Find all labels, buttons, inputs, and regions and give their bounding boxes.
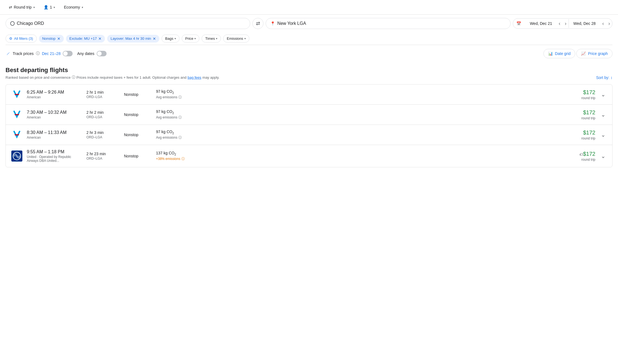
origin-circle-icon [10, 21, 15, 26]
any-dates-toggle[interactable] [97, 51, 107, 56]
passengers-chevron: ▾ [54, 6, 55, 9]
airline-logo [11, 129, 22, 140]
date-grid-label: Date grid [555, 51, 571, 56]
search-bar: ⇄ 📍 📅 Wed, Dec 21 ‹ › Wed, Dec 28 ‹ › [0, 15, 618, 32]
flight-emissions-label: Avg emissions ⓘ [156, 95, 200, 100]
return-date-field[interactable]: Wed, Dec 28 [569, 19, 600, 28]
calendar-icon: 📅 [516, 21, 521, 26]
destination-input[interactable] [277, 21, 506, 26]
emissions-info-icon[interactable]: ⓘ [178, 95, 182, 100]
top-bar: ⇄ Round trip ▾ 👤 1 ▾ Economy ▾ [0, 0, 618, 15]
expand-button[interactable]: ⌄ [600, 152, 607, 160]
track-dates-slider [63, 51, 73, 56]
flight-trip-type: round trip [581, 116, 595, 120]
emissions-info-icon[interactable]: ⓘ [178, 115, 182, 120]
exclude-mu-chip-remove[interactable]: ✕ [98, 36, 102, 41]
price-graph-button[interactable]: 📈 Price graph [576, 49, 612, 58]
flight-route: ORD–LGA [86, 115, 120, 119]
flight-row[interactable]: 7:30 AM – 10:32 AM American 2 hr 2 min O… [6, 105, 612, 125]
flight-co2: 137 kg CO2 [156, 151, 200, 156]
flight-trip-type: round trip [581, 136, 595, 140]
taxes-note2: may apply. [202, 75, 220, 80]
emissions-info-icon[interactable]: ⓘ [181, 157, 185, 161]
american-airlines-logo-svg [11, 109, 22, 120]
flight-price: 🏷$172 round trip [579, 151, 596, 162]
flight-price: $172 round trip [581, 109, 595, 120]
layover-chip-remove[interactable]: ✕ [153, 36, 156, 41]
results-info-icon[interactable]: ⓘ [72, 75, 75, 80]
price-filter-button[interactable]: Price ▾ [182, 35, 200, 43]
bag-fees-link[interactable]: bag fees [187, 75, 201, 80]
flight-duration-text: 2 hr 1 min [86, 90, 120, 94]
flight-stops: Nonstop [124, 133, 152, 137]
bags-filter-button[interactable]: Bags ▾ [162, 35, 179, 43]
nonstop-chip-remove[interactable]: ✕ [57, 36, 60, 41]
united-airlines-logo-svg [11, 151, 22, 162]
flight-emissions: 97 kg CO2 Avg emissions ⓘ [156, 109, 200, 120]
depart-date: Wed, Dec 21 [530, 21, 552, 26]
flight-emissions: 97 kg CO2 Avg emissions ⓘ [156, 89, 200, 100]
return-date: Wed, Dec 28 [573, 21, 596, 26]
price-graph-label: Price graph [588, 51, 608, 56]
roundtrip-label: Round trip [14, 5, 32, 9]
flight-emissions: 137 kg CO2 +38% emissions ⓘ [156, 151, 200, 161]
track-dates-toggle[interactable] [63, 51, 73, 56]
sort-button[interactable]: Sort by: ↕ [596, 75, 612, 80]
track-date-range[interactable]: Dec 21–28 [42, 51, 61, 56]
bags-filter-label: Bags [165, 36, 173, 41]
all-filters-label: All filters (3) [14, 36, 33, 41]
any-dates-slider [97, 51, 107, 56]
flight-time-text: 9:55 AM – 1:18 PM [27, 149, 82, 154]
emissions-info-icon[interactable]: ⓘ [178, 135, 182, 140]
trend-icon: ⟋ [6, 51, 10, 57]
flight-co2: 97 kg CO2 [156, 130, 200, 135]
destination-pin-icon: 📍 [270, 21, 275, 26]
flight-stops: Nonstop [124, 112, 152, 117]
emissions-filter-label: Emissions [227, 36, 243, 41]
class-button[interactable]: Economy ▾ [60, 3, 86, 11]
emissions-filter-button[interactable]: Emissions ▾ [223, 35, 249, 43]
origin-field[interactable] [6, 18, 250, 29]
passengers-button[interactable]: 👤 1 ▾ [40, 3, 59, 11]
times-filter-button[interactable]: Times ▾ [202, 35, 221, 43]
depart-prev-button[interactable]: ‹ [556, 21, 562, 27]
passengers-label: 1 [50, 5, 52, 9]
times-filter-label: Times [205, 36, 215, 41]
exclude-mu-chip[interactable]: Exclude: MU +17 ✕ [66, 35, 105, 43]
flight-emissions-label: +38% emissions ⓘ [156, 157, 200, 161]
passenger-icon: 👤 [44, 5, 48, 9]
price-filter-label: Price [185, 36, 194, 41]
flight-price-amount: $172 [581, 109, 595, 116]
flight-row[interactable]: 9:55 AM – 1:18 PM United · Operated by R… [6, 145, 612, 167]
origin-input[interactable] [17, 21, 246, 26]
return-prev-button[interactable]: ‹ [600, 21, 606, 27]
roundtrip-chevron: ▾ [33, 6, 35, 9]
expand-button[interactable]: ⌄ [600, 130, 607, 139]
flight-row[interactable]: 8:30 AM – 11:33 AM American 2 hr 3 min O… [6, 125, 612, 145]
expand-button[interactable]: ⌄ [600, 90, 607, 99]
flight-co2: 97 kg CO2 [156, 89, 200, 94]
destination-field[interactable]: 📍 [266, 18, 510, 29]
track-info-icon[interactable]: ⓘ [36, 51, 40, 56]
times-filter-chevron: ▾ [216, 37, 217, 40]
all-filters-button[interactable]: ⚙ All filters (3) [6, 35, 37, 43]
nonstop-chip[interactable]: Nonstop ✕ [39, 35, 64, 43]
results-title: Best departing flights [6, 67, 612, 74]
swap-button[interactable]: ⇄ [252, 18, 263, 29]
flight-row[interactable]: 6:25 AM – 9:26 AM American 2 hr 1 min OR… [6, 85, 612, 105]
roundtrip-button[interactable]: ⇄ Round trip ▾ [6, 3, 38, 11]
calendar-icon-field: 📅 [513, 19, 525, 28]
flight-time-text: 8:30 AM – 11:33 AM [27, 130, 82, 135]
filters-bar: ⚙ All filters (3) Nonstop ✕ Exclude: MU … [0, 32, 618, 45]
depart-date-field[interactable]: Wed, Dec 21 [525, 19, 557, 28]
flight-duration-text: 2 hr 3 min [86, 130, 120, 135]
expand-button[interactable]: ⌄ [600, 110, 607, 119]
emissions-filter-chevron: ▾ [244, 37, 246, 40]
airline-logo [11, 89, 22, 100]
return-next-button[interactable]: › [606, 21, 612, 27]
flight-emissions-label: Avg emissions ⓘ [156, 135, 200, 140]
layover-chip[interactable]: Layover: Max 4 hr 30 min ✕ [107, 35, 159, 43]
date-grid-button[interactable]: 📊 Date grid [543, 49, 575, 58]
depart-next-button[interactable]: › [562, 21, 569, 27]
flight-duration: 2 hr 1 min ORD–LGA [86, 90, 120, 99]
